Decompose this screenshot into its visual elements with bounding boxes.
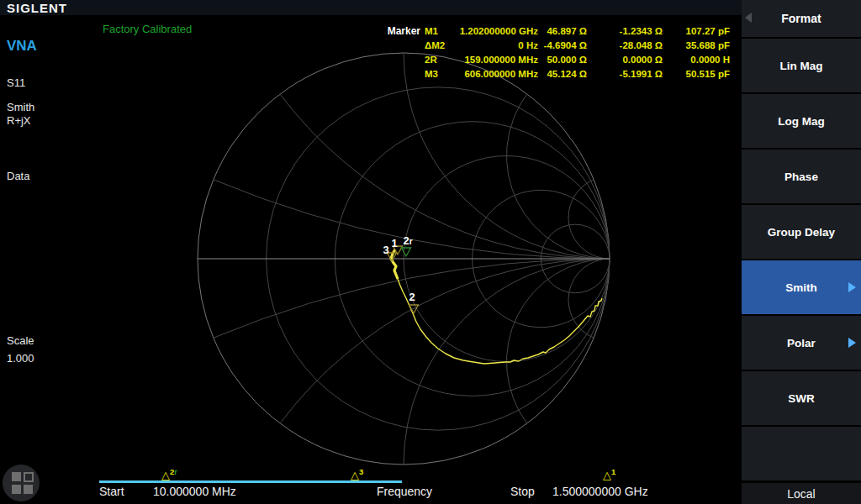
channel-label[interactable]: S11 (7, 76, 25, 89)
marker-x: 0.0000 Ω (587, 53, 663, 67)
marker-name: M3 (423, 67, 458, 81)
marker-x: -1.2343 Ω (587, 24, 663, 39)
chart-marker-triangle (402, 248, 411, 256)
app-label: VNA (7, 38, 37, 55)
menu-item-smith[interactable]: Smith (742, 260, 861, 314)
home-grid-icon (24, 472, 34, 482)
calibration-status: Factory Calibrated (103, 23, 192, 35)
submenu-arrow-icon (848, 282, 856, 292)
stop-label: Stop (510, 485, 535, 498)
marker-r: -4.6904 Ω (538, 39, 587, 53)
marker-table: Marker M1 1.202000000 GHz 46.897 Ω -1.23… (385, 24, 730, 81)
menu-item-swr[interactable]: SWR (742, 371, 861, 425)
stop-frequency[interactable]: 1.500000000 GHz (552, 485, 648, 498)
frequency-ruler-markers: △2r△3△1 (0, 469, 742, 482)
marker-freq: 159.000000 MHz (458, 53, 538, 67)
marker-r: 50.000 Ω (538, 53, 587, 67)
chart-marker-label: 3 (383, 244, 388, 256)
menu-item-group-delay[interactable]: Group Delay (742, 205, 861, 259)
home-grid-icon (12, 472, 21, 481)
chart-marker-label: 2 (409, 291, 415, 303)
data-label: Data (7, 170, 29, 182)
start-label: Start (99, 485, 124, 498)
menu-header-format[interactable]: Format (742, 0, 861, 37)
menu-sidebar: Format Lin Mag Log Mag Phase Group Delay… (742, 0, 861, 504)
marker-x: -5.1991 Ω (587, 67, 663, 81)
marker-aux: 35.688 pF (663, 39, 730, 53)
marker-aux: 107.27 pF (663, 24, 730, 39)
home-grid-icon (12, 485, 21, 494)
menu-item-polar[interactable]: Polar (742, 316, 861, 370)
triangle-marker-icon: △ (351, 469, 359, 481)
marker-freq: 606.000000 MHz (458, 67, 538, 81)
marker-name: 2R (423, 53, 458, 67)
scale-value[interactable]: 1.000 (7, 352, 34, 365)
back-arrow-icon (745, 13, 752, 23)
marker-r: 45.124 Ω (538, 67, 587, 81)
frequency-marker-flag: △3 (351, 469, 363, 482)
start-frequency[interactable]: 10.000000 MHz (153, 485, 236, 498)
frequency-marker-flag: △2r (161, 469, 177, 482)
menu-item-lin-mag[interactable]: Lin Mag (742, 39, 861, 92)
marker-aux: 0.0000 H (663, 53, 730, 67)
chart-marker-label: 2r (403, 234, 412, 247)
menu-item-log-mag[interactable]: Log Mag (742, 94, 861, 148)
marker-aux: 50.515 pF (663, 67, 730, 81)
menu-item-empty[interactable] (742, 427, 861, 480)
marker-freq: 0 Hz (458, 39, 538, 53)
vna-screen: 12r32 SIGLENT Factory Calibrated VNA S11… (0, 0, 861, 504)
home-grid-icon (24, 485, 33, 494)
local-button[interactable]: Local (742, 483, 861, 504)
marker-freq: 1.202000000 GHz (458, 24, 538, 39)
marker-table-title: Marker (385, 24, 423, 39)
axis-label: Frequency (362, 485, 447, 498)
marker-name: ΔM2 (423, 39, 458, 53)
top-bar: SIGLENT (0, 0, 742, 15)
triangle-marker-icon: △ (161, 469, 170, 481)
home-button[interactable] (3, 465, 40, 501)
frequency-marker-flag: △1 (603, 469, 615, 482)
brand-logo: SIGLENT (7, 1, 67, 15)
format-readout-2[interactable]: R+jX (7, 114, 31, 127)
marker-name: M1 (423, 24, 458, 39)
marker-x: -28.048 Ω (587, 39, 663, 53)
chart-marker-label: 1 (391, 237, 397, 249)
triangle-marker-icon: △ (603, 469, 611, 481)
marker-r: 46.897 Ω (538, 24, 587, 39)
menu-item-phase[interactable]: Phase (742, 150, 861, 203)
submenu-arrow-icon (848, 338, 856, 348)
format-readout-1[interactable]: Smith (7, 101, 34, 113)
scale-label: Scale (7, 334, 34, 347)
